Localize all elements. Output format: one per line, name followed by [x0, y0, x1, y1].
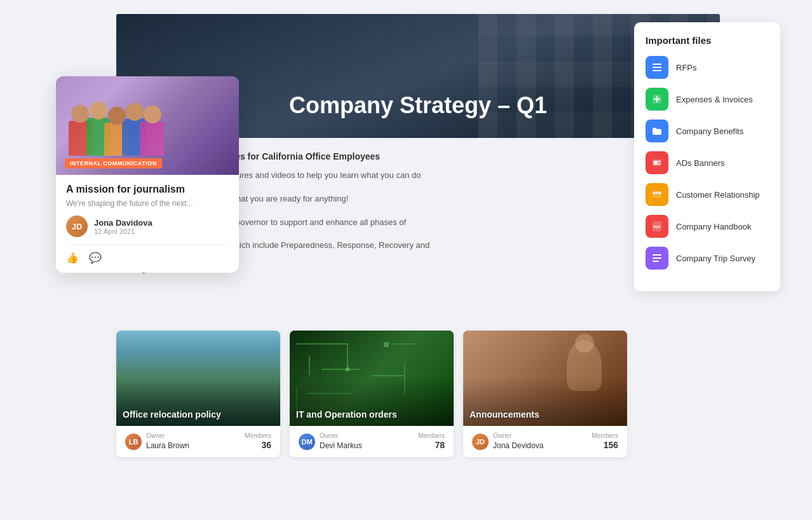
members-label-2: Members: [592, 432, 618, 439]
members-count-0: 36: [261, 440, 271, 450]
file-item-rfps[interactable]: RFPs: [646, 56, 769, 79]
card-footer-2: JD Owner Jona Devidova Members 156: [463, 426, 627, 457]
svg-rect-8: [658, 161, 660, 162]
expenses-icon: [646, 88, 668, 111]
floating-card-actions: 👍 💬: [66, 245, 229, 264]
svg-rect-13: [653, 254, 661, 256]
svg-rect-15: [653, 261, 659, 262]
floating-card-date: 12 April 2021: [94, 228, 152, 235]
floating-card-title: A mission for journalism: [66, 184, 229, 195]
benefits-icon: [646, 120, 668, 142]
benefits-label: Company Benefits: [676, 127, 743, 136]
svg-rect-7: [654, 161, 658, 165]
like-button[interactable]: 👍: [66, 252, 79, 264]
card-footer-0: LB Owner Laura Brown Members 36: [116, 426, 280, 457]
floating-card-body: A mission for journalism We're shaping t…: [56, 175, 239, 273]
svg-rect-9: [658, 163, 660, 165]
members-count-2: 156: [604, 440, 618, 450]
handbook-icon: PDF: [646, 215, 668, 238]
floating-card-author-name: Jona Davidova: [94, 218, 152, 228]
card-owner-2: JD Owner Jona Devidova: [472, 432, 543, 451]
avatar-1: DM: [299, 434, 315, 450]
svg-rect-0: [653, 64, 661, 65]
members-count-1: 78: [435, 440, 445, 450]
members-label-0: Members: [245, 432, 271, 439]
card-owner-0: LB Owner Laura Brown: [125, 432, 189, 451]
card-members-1: Members 78: [418, 432, 445, 451]
svg-rect-5: [654, 99, 660, 100]
expenses-label: Expenses & Invoices: [676, 95, 753, 104]
card-office-relocation[interactable]: Office relocation policy LB Owner Laura …: [116, 331, 280, 457]
avatar-0: LB: [125, 434, 142, 450]
card-owner-1: DM Owner Devi Markus: [299, 432, 362, 451]
svg-rect-1: [653, 67, 661, 68]
file-item-ads[interactable]: ADs Banners: [646, 151, 769, 174]
survey-label: Company Trip Survey: [676, 254, 755, 263]
owner-name-1: Devi Markus: [320, 441, 362, 450]
owner-label-1: Owner: [320, 432, 362, 439]
svg-text:PDF: PDF: [653, 225, 661, 229]
svg-rect-14: [653, 257, 661, 259]
owner-name-0: Laura Brown: [146, 441, 189, 450]
owner-name-2: Jona Devidova: [493, 441, 543, 450]
card-announcements[interactable]: Announcements JD Owner Jona Devidova Mem…: [463, 331, 627, 457]
card-image-0: Office relocation policy: [116, 331, 280, 426]
members-label-1: Members: [418, 432, 445, 439]
floating-article-card: INTERNAL COMMUNICATION A mission for jou…: [56, 76, 239, 273]
hero-title: Company Strategy – Q1: [289, 92, 547, 119]
svg-rect-2: [653, 70, 661, 71]
comment-button[interactable]: 💬: [89, 252, 102, 264]
rfps-label: RFPs: [676, 63, 697, 72]
file-item-benefits[interactable]: Company Benefits: [646, 120, 769, 142]
card-members-2: Members 156: [592, 432, 618, 451]
file-item-survey[interactable]: Company Trip Survey: [646, 247, 769, 270]
owner-label-0: Owner: [146, 432, 189, 439]
sidebar-title: Important files: [646, 35, 769, 46]
card-it-operations[interactable]: IT and Operation orders DM Owner Devi Ma…: [290, 331, 454, 457]
card-label-2: Announcements: [470, 409, 539, 420]
floating-card-excerpt: We're shaping the future of the next...: [66, 199, 229, 208]
cards-row: Office relocation policy LB Owner Laura …: [116, 331, 669, 457]
floating-card-author-row: JD Jona Davidova 12 April 2021: [66, 216, 229, 237]
card-label-0: Office relocation policy: [123, 409, 221, 420]
owner-label-2: Owner: [493, 432, 543, 439]
card-footer-1: DM Owner Devi Markus Members 78: [290, 426, 454, 457]
crm-icon: [646, 183, 668, 206]
ads-icon: [646, 151, 668, 174]
card-image-2: Announcements: [463, 331, 627, 426]
floating-card-avatar: JD: [66, 216, 88, 237]
ads-label: ADs Banners: [676, 158, 725, 168]
survey-icon: [646, 247, 668, 270]
crm-label: Customer Relationship: [676, 190, 760, 200]
card-label-1: IT and Operation orders: [296, 409, 397, 420]
card-image-1: IT and Operation orders: [290, 331, 454, 426]
file-item-expenses[interactable]: Expenses & Invoices: [646, 88, 769, 111]
card-members-0: Members 36: [245, 432, 271, 451]
floating-card-image: INTERNAL COMMUNICATION: [56, 76, 239, 175]
important-files-sidebar: Important files RFPs Expenses & Invoices: [634, 22, 780, 291]
rfps-icon: [646, 56, 668, 79]
file-item-crm[interactable]: Customer Relationship: [646, 183, 769, 206]
handbook-label: Company Handbook: [676, 222, 752, 231]
avatar-2: JD: [472, 434, 489, 450]
file-item-handbook[interactable]: PDF Company Handbook: [646, 215, 769, 238]
floating-card-tag: INTERNAL COMMUNICATION: [65, 158, 162, 168]
